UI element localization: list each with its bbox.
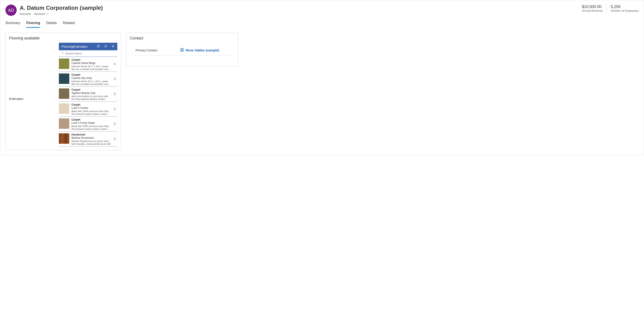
metric-number-employees: 6,200 Number of Employees — [606, 5, 638, 12]
item-text: Carpet Lush II Tundra Made with 100% pre… — [72, 103, 111, 115]
metric-label: Annual Revenue — [582, 9, 603, 12]
header-left: AD A. Datum Corporation (sample) Account… — [6, 5, 103, 16]
title-block: A. Datum Corporation (sample) Account · … — [20, 5, 103, 16]
list-item[interactable]: Hardwood Bolivian Rosewood Bolivian Rose… — [59, 132, 117, 146]
contact-field-row: Primary Contact Rene Valdes (sample) — [130, 45, 235, 56]
item-desc: Add some fashion to your floors with the… — [72, 95, 111, 100]
record-header: AD A. Datum Corporation (sample) Account… — [0, 0, 644, 18]
chevron-right-icon[interactable] — [114, 107, 117, 111]
content-area: Flooring available Estimates FlooringEst… — [0, 28, 644, 155]
chevron-right-icon[interactable] — [114, 62, 117, 66]
list-item[interactable]: Carpet Ageless Beauty Clay Add some fash… — [59, 87, 117, 102]
chevron-right-icon[interactable] — [114, 92, 117, 96]
svg-point-0 — [62, 52, 64, 54]
item-text: Carpet Caserta Stone Beige Extreme Serie… — [72, 58, 111, 70]
list-item[interactable]: Carpet Caserta Sky Grey Extreme Series 1… — [59, 72, 117, 87]
person-icon — [180, 48, 184, 53]
search-input[interactable] — [65, 52, 115, 55]
estimates-label: Estimates — [9, 43, 59, 146]
tab-related[interactable]: Related — [63, 20, 75, 28]
item-category: Carpet — [72, 103, 111, 106]
estimates-app-title: FlooringEstimates — [62, 45, 88, 48]
contact-lookup-value[interactable]: Rene Valdes (sample) — [180, 48, 219, 53]
item-desc: Bolivian Rosewood is an exotic wood with… — [72, 140, 111, 145]
tab-bar: Summary Flooring Details Related — [0, 18, 644, 28]
item-category: Carpet — [72, 88, 111, 91]
contact-body: Primary Contact Rene Valdes (sample) — [126, 43, 238, 59]
contact-panel: Contact Primary Contact Rene Valdes (sam… — [126, 33, 238, 67]
breadcrumb: Account · Account — [20, 12, 103, 16]
sort-icon[interactable] — [104, 44, 107, 49]
list-item[interactable]: Carpet Lush II Frosty Glade Made with 10… — [59, 117, 117, 132]
estimates-app-header: FlooringEstimates — [59, 43, 117, 50]
search-row — [59, 50, 117, 57]
item-name: Lush II Tundra — [72, 106, 111, 109]
item-name: Lush II Frosty Glade — [72, 121, 111, 124]
estimates-app: FlooringEstimates Carpet — [59, 43, 117, 146]
item-category: Carpet — [72, 58, 111, 61]
swatch-icon — [59, 133, 69, 144]
flooring-panel: Flooring available Estimates FlooringEst… — [6, 33, 121, 150]
item-name: Caserta Sky Grey — [72, 77, 111, 80]
item-name: Ageless Beauty Clay — [72, 91, 111, 94]
breadcrumb-form[interactable]: Account — [34, 12, 45, 16]
swatch-icon — [59, 118, 69, 129]
item-name: Caserta Stone Beige — [72, 62, 111, 65]
metric-label: Number of Employees — [611, 9, 638, 12]
metric-annual-revenue: $10,000.00 Annual Revenue — [578, 5, 603, 12]
contact-field-label: Primary Contact — [136, 49, 177, 52]
swatch-icon — [59, 74, 69, 84]
chevron-down-icon[interactable] — [46, 12, 49, 16]
item-desc: Extreme Series 18 in. x 18 in. carpet ti… — [72, 80, 111, 85]
swatch-icon — [59, 59, 69, 69]
svg-point-2 — [182, 49, 182, 50]
list-item[interactable]: Carpet Caserta Stone Beige Extreme Serie… — [59, 57, 117, 72]
flooring-body: Estimates FlooringEstimates — [6, 43, 121, 150]
item-text: Hardwood Bolivian Rosewood Bolivian Rose… — [72, 133, 111, 145]
metric-value: $10,000.00 — [582, 5, 603, 9]
estimates-list: Carpet Caserta Stone Beige Extreme Serie… — [59, 57, 117, 146]
list-item[interactable]: Carpet Lush II Tundra Made with 100% pre… — [59, 102, 117, 117]
contact-name: Rene Valdes (sample) — [186, 48, 219, 52]
estimates-app-actions — [96, 44, 115, 49]
item-text: Carpet Ageless Beauty Clay Add some fash… — [72, 88, 111, 100]
item-name: Bolivian Rosewood — [72, 136, 111, 139]
refresh-icon[interactable] — [96, 44, 100, 49]
item-category: Hardwood — [72, 133, 111, 136]
item-text: Carpet Lush II Frosty Glade Made with 10… — [72, 118, 111, 130]
item-category: Carpet — [72, 118, 111, 121]
panel-title: Contact — [126, 33, 238, 43]
header-metrics: $10,000.00 Annual Revenue 6,200 Number o… — [578, 5, 638, 12]
chevron-right-icon[interactable] — [114, 122, 117, 126]
tab-flooring[interactable]: Flooring — [26, 20, 40, 28]
swatch-icon — [59, 103, 69, 114]
tab-details[interactable]: Details — [46, 20, 57, 28]
tab-summary[interactable]: Summary — [6, 20, 20, 28]
add-icon[interactable] — [111, 44, 115, 49]
item-desc: Extreme Series 18 in. x 18 in. carpet ti… — [72, 65, 111, 70]
swatch-icon — [59, 88, 69, 99]
chevron-right-icon[interactable] — [114, 77, 117, 81]
item-desc: Made with 100% premium nylon fiber, this… — [72, 110, 111, 115]
avatar: AD — [6, 5, 17, 16]
breadcrumb-separator: · — [32, 12, 33, 16]
metric-value: 6,200 — [611, 5, 638, 9]
item-text: Carpet Caserta Sky Grey Extreme Series 1… — [72, 73, 111, 85]
panel-title: Flooring available — [6, 33, 121, 43]
item-desc: Made with 100% premium nylon fiber, this… — [72, 125, 111, 130]
item-category: Carpet — [72, 73, 111, 76]
chevron-right-icon[interactable] — [114, 137, 117, 141]
breadcrumb-entity: Account — [20, 12, 31, 16]
search-icon — [61, 52, 64, 55]
account-title: A. Datum Corporation (sample) — [20, 5, 103, 11]
